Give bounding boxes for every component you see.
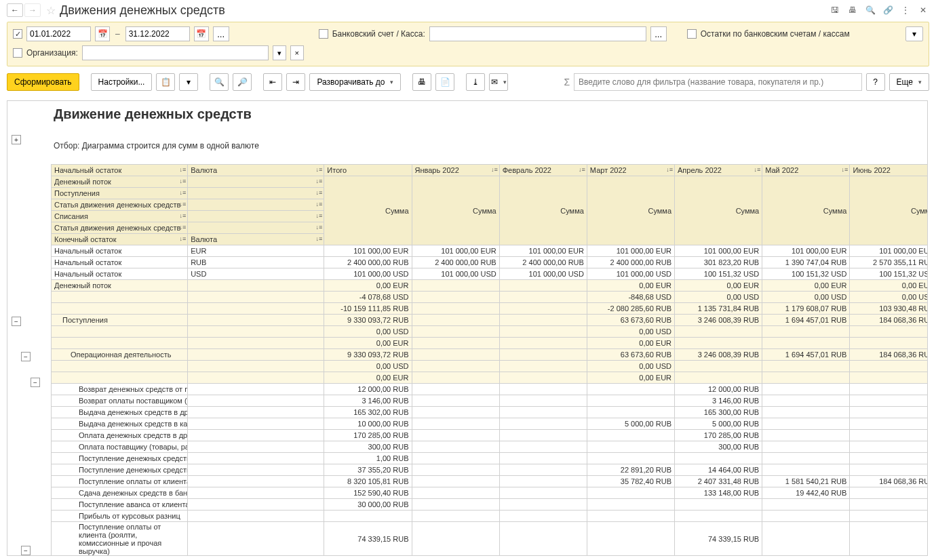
col-sum[interactable]: Сумма: [324, 176, 412, 245]
table-row[interactable]: Поступление денежных средств из банка (в…: [52, 453, 928, 464]
group-row[interactable]: Денежный поток↓≡: [52, 176, 188, 188]
table-row[interactable]: Операционная деятельность9 330 093,72 RU…: [52, 349, 928, 361]
group-row[interactable]: Списания↓≡: [52, 211, 188, 222]
col-month[interactable]: Март 2022↓≡: [587, 165, 674, 176]
table-row[interactable]: 0,00 EUR0,00 EUR: [52, 338, 928, 349]
more-icon[interactable]: ⋮: [899, 4, 912, 16]
group-row[interactable]: Статья движения денежных средств↓≡: [52, 222, 188, 234]
org-checkbox[interactable]: [13, 48, 22, 58]
calendar-to-button[interactable]: 📅: [194, 26, 209, 41]
table-row[interactable]: Выдача денежных средств в кассу ККМ10 00…: [52, 418, 928, 430]
period-picker-button[interactable]: ...: [213, 26, 229, 41]
table-row[interactable]: Поступление оплаты от клиента (роялти, к…: [52, 522, 928, 556]
table-row[interactable]: -10 159 111,85 RUB-2 080 285,60 RUB1 135…: [52, 303, 928, 315]
report-scroll[interactable]: + − − − − Движение денежных средств Отбо…: [7, 101, 927, 555]
table-row[interactable]: Оплата денежных средств в другую организ…: [52, 430, 928, 441]
bank-account-input[interactable]: [429, 26, 646, 41]
preview-button[interactable]: 📄: [435, 73, 454, 91]
filter-funnel-button[interactable]: ▾: [905, 26, 923, 41]
col-sum[interactable]: Сумма: [499, 176, 587, 245]
org-dropdown-button[interactable]: ▾: [273, 45, 286, 60]
bank-account-picker-button[interactable]: ...: [650, 26, 667, 41]
save-icon[interactable]: 🖫: [829, 4, 841, 16]
expand-to-button[interactable]: Разворачивать до: [309, 73, 401, 91]
collapse-groups-button[interactable]: ⇤: [263, 73, 282, 91]
table-row[interactable]: Поступление денежных средств из кассы КК…: [52, 464, 928, 476]
table-row[interactable]: 0,00 USD0,00 USD: [52, 361, 928, 372]
group-row[interactable]: Поступления↓≡: [52, 188, 188, 199]
tree-toggle[interactable]: −: [21, 352, 31, 361]
save-button[interactable]: ⤓: [466, 73, 485, 91]
settings-button[interactable]: Настройки...: [91, 73, 153, 91]
table-row[interactable]: Начальный остатокEUR101 000,00 EUR101 00…: [52, 245, 928, 257]
table-row[interactable]: Начальный остатокRUB2 400 000,00 RUB2 40…: [52, 257, 928, 268]
col-sum[interactable]: Сумма: [850, 176, 927, 245]
table-row[interactable]: Денежный поток0,00 EUR0,00 EUR0,00 EUR0,…: [52, 280, 928, 292]
favorite-star-icon[interactable]: ☆: [46, 4, 56, 17]
table-row[interactable]: Возврат оплаты поставщиком (товары, рабо…: [52, 395, 928, 407]
find-next-button[interactable]: 🔎: [233, 73, 252, 91]
cell-value: 133 148,00 RUB: [675, 487, 762, 499]
org-input[interactable]: [82, 45, 269, 60]
table-row[interactable]: Выдача денежных средств в другую кассу16…: [52, 407, 928, 418]
variants-button[interactable]: 📋: [156, 73, 175, 91]
balances-checkbox[interactable]: [687, 29, 697, 39]
variants-dropdown-button[interactable]: ▾: [179, 73, 198, 91]
calendar-from-button[interactable]: 📅: [95, 26, 110, 41]
preview-icon[interactable]: 🔍: [864, 4, 876, 16]
tree-toggle[interactable]: −: [31, 378, 40, 387]
bank-account-checkbox[interactable]: [319, 29, 328, 39]
print-icon[interactable]: 🖶: [846, 4, 859, 16]
group-row[interactable]: Статья движения денежных средств↓≡: [52, 199, 188, 211]
date-from-input[interactable]: [26, 26, 91, 41]
close-icon[interactable]: ✕: [917, 4, 929, 16]
table-row[interactable]: Сдача денежных средств в банк (в рублях)…: [52, 487, 928, 499]
col-month[interactable]: Январь 2022↓≡: [412, 165, 499, 176]
col-sum[interactable]: Сумма: [587, 176, 674, 245]
table-row[interactable]: 0,00 USD0,00 USD: [52, 326, 928, 338]
table-row[interactable]: Поступление аванса от клиента (продажа т…: [52, 499, 928, 511]
link-icon[interactable]: 🔗: [882, 4, 894, 16]
col-sum[interactable]: Сумма: [412, 176, 499, 245]
table-row[interactable]: Возврат денежных средств от подотчетника…: [52, 384, 928, 395]
col-total[interactable]: Итого: [324, 165, 412, 176]
cell-value: 0,00 EUR: [762, 280, 850, 292]
date-to-input[interactable]: [125, 26, 190, 41]
col-month[interactable]: Май 2022↓≡: [762, 165, 850, 176]
col-sum[interactable]: Сумма: [675, 176, 762, 245]
filter-search-input[interactable]: [574, 73, 861, 91]
form-report-button[interactable]: Сформировать: [7, 73, 79, 91]
col-currency[interactable]: Валюта↓≡: [188, 165, 324, 176]
send-button[interactable]: ✉: [489, 73, 508, 91]
table-row[interactable]: Начальный остатокUSD101 000,00 USD101 00…: [52, 268, 928, 280]
col-month[interactable]: Апрель 2022↓≡: [675, 165, 762, 176]
col-sum[interactable]: Сумма: [762, 176, 850, 245]
table-row[interactable]: Прибыль от курсовых разниц: [52, 511, 928, 522]
cell-currency: [188, 326, 324, 338]
group-row[interactable]: Конечный остаток↓≡: [52, 234, 188, 245]
cell-value: 63 673,60 RUB: [587, 315, 674, 326]
org-clear-button[interactable]: ×: [290, 45, 304, 60]
nav-back-button[interactable]: ←: [7, 3, 23, 17]
date-range-checkbox[interactable]: [13, 29, 22, 39]
cell-value: [412, 464, 499, 476]
expand-groups-button[interactable]: ⇥: [286, 73, 305, 91]
table-row[interactable]: Поступления9 330 093,72 RUB63 673,60 RUB…: [52, 315, 928, 326]
more-actions-button[interactable]: Еще: [889, 73, 929, 91]
table-row[interactable]: -4 078,68 USD-848,68 USD0,00 USD0,00 USD…: [52, 292, 928, 303]
find-button[interactable]: 🔍: [210, 73, 229, 91]
col-currency[interactable]: Валюта↓≡: [188, 234, 324, 245]
col-month[interactable]: Июнь 2022↓≡: [850, 165, 927, 176]
table-row[interactable]: Оплата поставщику (товары, работы, услуг…: [52, 441, 928, 453]
table-row[interactable]: Поступление оплаты от клиента (продажа т…: [52, 476, 928, 487]
tree-toggle[interactable]: −: [12, 317, 21, 326]
table-row[interactable]: 0,00 EUR0,00 EUR: [52, 372, 928, 384]
tree-toggle[interactable]: −: [21, 546, 31, 555]
cell-value: 152 590,40 RUB: [324, 487, 412, 499]
tree-toggle[interactable]: +: [12, 135, 21, 144]
col-month[interactable]: Февраль 2022↓≡: [499, 165, 587, 176]
nav-forward-button[interactable]: →: [24, 3, 41, 17]
help-button[interactable]: ?: [866, 73, 885, 91]
col-name[interactable]: Начальный остаток↓≡: [52, 165, 188, 176]
print-button[interactable]: 🖶: [412, 73, 431, 91]
